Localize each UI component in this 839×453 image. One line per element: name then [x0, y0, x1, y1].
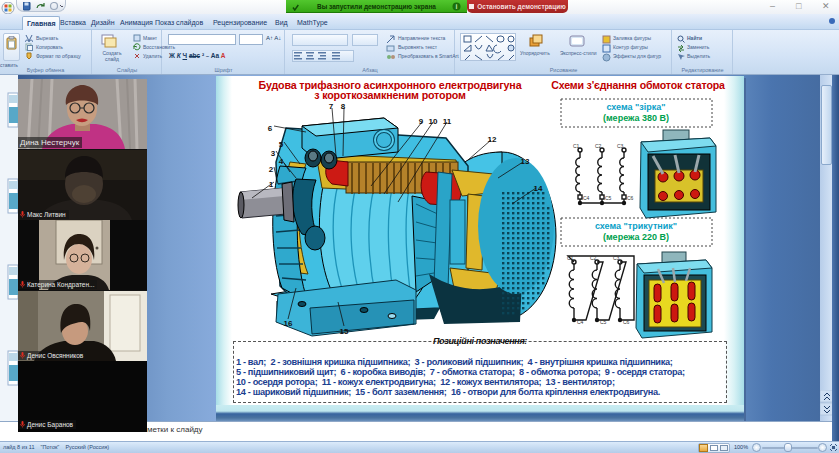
svg-text:C5: C5	[600, 319, 607, 325]
svg-text:5: 5	[279, 140, 284, 149]
svg-text:C4: C4	[583, 195, 590, 201]
svg-text:C6: C6	[623, 319, 630, 325]
svg-text:(мережа 220 В): (мережа 220 В)	[603, 232, 669, 242]
svg-text:13: 13	[521, 157, 530, 166]
svg-text:схема "трикутник": схема "трикутник"	[595, 221, 677, 231]
svg-text:C1: C1	[567, 255, 574, 261]
svg-text:C2: C2	[595, 143, 602, 149]
svg-text:12: 12	[488, 135, 497, 144]
svg-text:схема "зірка": схема "зірка"	[606, 102, 665, 112]
svg-text:C2: C2	[590, 255, 597, 261]
svg-text:3: 3	[271, 149, 276, 158]
svg-text:16: 16	[284, 319, 293, 328]
svg-text:1: 1	[269, 180, 274, 189]
svg-text:C5: C5	[605, 195, 612, 201]
svg-text:C3: C3	[617, 143, 624, 149]
svg-text:7: 7	[329, 102, 334, 111]
svg-text:8: 8	[341, 102, 346, 111]
svg-text:9: 9	[419, 117, 424, 126]
svg-text:10: 10	[429, 117, 438, 126]
svg-text:14: 14	[534, 184, 543, 193]
svg-text:(мережа 380 В): (мережа 380 В)	[603, 113, 669, 123]
svg-text:C3: C3	[613, 255, 620, 261]
svg-text:C4: C4	[577, 319, 584, 325]
svg-text:15: 15	[340, 327, 349, 336]
svg-text:11: 11	[443, 117, 452, 126]
svg-text:i: i	[456, 3, 458, 10]
svg-text:6: 6	[268, 124, 273, 133]
svg-text:C6: C6	[627, 195, 634, 201]
svg-text:C1: C1	[573, 143, 580, 149]
svg-text:4: 4	[279, 157, 284, 166]
svg-text:2: 2	[269, 165, 274, 174]
